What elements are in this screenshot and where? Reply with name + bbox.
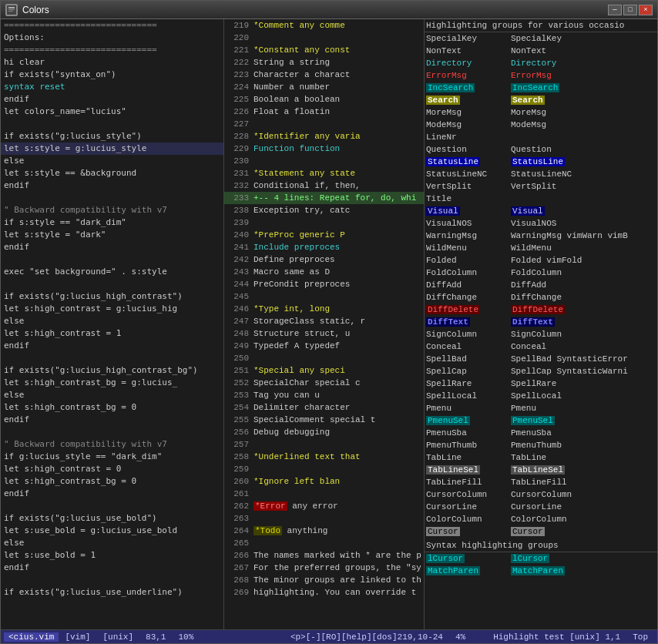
middle-row: 222 String a string	[224, 56, 424, 69]
code-line: else	[1, 315, 223, 327]
hl-group-row: SpellRareSpellRare	[425, 377, 657, 390]
middle-row: 266The names marked with * are the p	[224, 549, 424, 562]
code-line	[1, 118, 223, 130]
hl-group-row: MoreMsgMoreMsg	[425, 106, 657, 119]
code-line: let s:use_bold = 1	[1, 549, 223, 562]
status-bar: <cius.vim [vim] [unix] 83,1 10% <p>[-][R…	[1, 629, 657, 643]
code-line: let colors_name="lucius"	[1, 106, 223, 118]
hl-group-row: SpecialKeySpecialKey	[425, 32, 657, 45]
middle-row: 227	[224, 118, 424, 130]
hl-group-row: PmenuSelPmenuSel	[425, 414, 657, 427]
code-line	[1, 278, 223, 290]
middle-row: 260*Ignore left blan	[224, 475, 424, 488]
close-button[interactable]: ×	[639, 5, 653, 15]
middle-content[interactable]: 219*Comment any comme220221*Constant any…	[224, 19, 424, 629]
hl-group-row: VisualVisual	[425, 205, 657, 217]
middle-row: 219*Comment any comme	[224, 19, 424, 32]
code-line: endif	[1, 179, 223, 192]
code-line	[1, 253, 223, 266]
code-line: ==============================	[1, 19, 223, 32]
middle-row: 245	[224, 290, 424, 303]
syntax-group-row: lCursorlCursor	[425, 552, 657, 565]
code-line: Options:	[1, 32, 223, 44]
middle-row: 250	[224, 352, 424, 364]
syntax-title: Syntax highlighting groups	[425, 539, 657, 552]
code-line: endif	[1, 340, 223, 352]
middle-row: 224 Number a number	[224, 81, 424, 93]
code-line: let s:high_contrast = 1	[1, 327, 223, 340]
hl-group-row: StatusLineNCStatusLineNC	[425, 168, 657, 180]
middle-row: 261	[224, 488, 424, 500]
status-hl-file: Highlight test [unix] 1,1	[487, 632, 626, 642]
middle-row: 231*Statement any state	[224, 167, 424, 179]
code-line: let s:high_contrast = g:lucius_hig	[1, 303, 223, 315]
status-percent: 10%	[172, 632, 200, 642]
maximize-button[interactable]: □	[623, 5, 637, 15]
hl-group-row: DiffAddDiffAdd	[425, 279, 657, 291]
hl-group-row: CursorColumnCursorColumn	[425, 488, 657, 501]
hl-group-row: QuestionQuestion	[425, 143, 657, 156]
code-content[interactable]: ============================== Options:=…	[1, 19, 223, 629]
middle-row: 220	[224, 32, 424, 44]
middle-row: 242 Define preproces	[224, 253, 424, 266]
middle-panel: 219*Comment any comme220221*Constant any…	[224, 19, 425, 629]
hl-group-row: SignColumnSignColumn	[425, 328, 657, 340]
middle-row: 232 Conditional if, then,	[224, 179, 424, 192]
middle-row: 253 Tag you can u	[224, 389, 424, 401]
hl-group-row: WarningMsgWarningMsg vimWarn vimB	[425, 230, 657, 242]
right-content[interactable]: Highlighting groups for various occasioS…	[425, 19, 657, 629]
window-controls: ─ □ ×	[608, 5, 653, 15]
code-line: let s:use_bold = g:lucius_use_bold	[1, 525, 223, 537]
hl-group-row: ErrorMsgErrorMsg	[425, 69, 657, 82]
middle-row: 247 StorageClass static, r	[224, 315, 424, 327]
middle-row: 262*Error any error	[224, 500, 424, 512]
middle-row: 243 Macro same as D	[224, 266, 424, 278]
hl-group-row: StatusLineStatusLine	[425, 156, 657, 168]
hl-group-row: PmenuPmenu	[425, 402, 657, 414]
hl-group-row: ConcealConceal	[425, 340, 657, 353]
hl-group-row: WildMenuWildMenu	[425, 242, 657, 254]
code-line: if s:style == "dark_dim"	[1, 216, 223, 229]
code-line: if exists("g:lucius_use_bold")	[1, 512, 223, 525]
hl-group-row: FoldedFolded vimFold	[425, 254, 657, 267]
status-line: 83,1	[139, 632, 172, 642]
hl-group-row: ColorColumnColorColumn	[425, 513, 657, 525]
hl-group-row: IncSearchIncSearch	[425, 82, 657, 94]
code-line: if exists("g:lucius_style")	[1, 130, 223, 143]
code-line: let s:high_contrast_bg = 0	[1, 475, 223, 488]
code-line: let s:style == &background	[1, 167, 223, 179]
middle-row: 252 SpecialChar special c	[224, 377, 424, 389]
middle-row: 256 Debug debugging	[224, 426, 424, 438]
code-line: else	[1, 155, 223, 167]
code-editor-panel: ============================== Options:=…	[1, 19, 224, 629]
middle-row: 248 Structure struct, u	[224, 327, 424, 340]
code-line	[1, 192, 223, 204]
code-line: if exists("g:lucius_use_underline")	[1, 586, 223, 599]
hl-group-row: CursorCursor	[425, 525, 657, 538]
hl-group-row: LineNr	[425, 131, 657, 143]
title-bar: Colors ─ □ ×	[1, 1, 657, 19]
code-line: if g:lucius_style == "dark_dim"	[1, 451, 223, 463]
code-line: if exists("g:lucius_high_contrast_bg")	[1, 364, 223, 377]
middle-row: 251*Special any speci	[224, 364, 424, 377]
middle-row: 264*Todo anything	[224, 525, 424, 537]
middle-row: 267For the preferred groups, the "sy	[224, 562, 424, 574]
minimize-button[interactable]: ─	[608, 5, 622, 15]
middle-row: 228*Identifier any varia	[224, 130, 424, 143]
status-filetype: [vim]	[59, 632, 96, 642]
status-format: [unix]	[96, 632, 139, 642]
code-line	[1, 352, 223, 364]
middle-row: 259	[224, 463, 424, 475]
status-filename: <cius.vim	[4, 632, 59, 642]
hl-group-row: SpellLocalSpellLocal	[425, 390, 657, 402]
hl-group-row: DiffChangeDiffChange	[425, 291, 657, 304]
code-line: endif	[1, 241, 223, 253]
middle-row: 238 Exception try, catc	[224, 204, 424, 216]
hl-group-row: ModeMsgModeMsg	[425, 119, 657, 131]
middle-row: 257	[224, 438, 424, 451]
hl-group-row: SpellBadSpellBad SyntasticError	[425, 353, 657, 365]
code-line: if exists("g:lucius_high_contrast")	[1, 290, 223, 303]
code-line: endif	[1, 488, 223, 500]
middle-row: 239	[224, 216, 424, 229]
code-line: let s:high_contrast = 0	[1, 463, 223, 475]
